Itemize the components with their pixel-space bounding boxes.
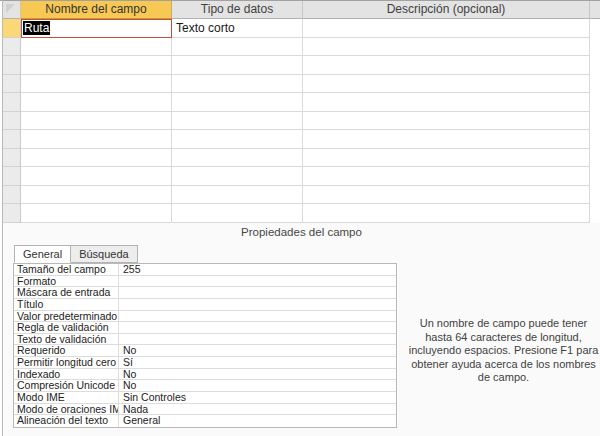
property-row-unicode-compression: Compresión Unicode No <box>14 380 396 392</box>
data-type-cell[interactable] <box>172 204 303 223</box>
property-value[interactable]: General <box>119 415 396 427</box>
field-name-cell[interactable] <box>21 56 172 75</box>
field-grid-empty-row <box>3 149 600 168</box>
property-row-input-mask: Máscara de entrada <box>14 287 396 299</box>
description-cell[interactable] <box>303 93 590 112</box>
field-name-cell[interactable] <box>21 167 172 186</box>
property-value[interactable] <box>119 287 396 298</box>
property-row-field-size: Tamaño del campo 255 <box>14 264 396 276</box>
data-type-cell[interactable] <box>172 75 303 94</box>
description-cell[interactable] <box>303 186 590 205</box>
column-header-data-type[interactable]: Tipo de datos <box>172 1 303 19</box>
property-value[interactable] <box>119 334 396 345</box>
field-name-cell[interactable] <box>21 130 172 149</box>
property-label[interactable]: Alineación del texto <box>14 415 119 427</box>
data-type-cell[interactable]: Texto corto <box>172 19 303 38</box>
property-row-text-align: Alineación del texto General <box>14 415 396 427</box>
field-properties-pane: Propiedades del campo General Búsqueda T… <box>3 223 600 436</box>
row-selector[interactable] <box>3 130 21 149</box>
row-selector[interactable] <box>3 167 21 186</box>
description-cell[interactable] <box>303 56 590 75</box>
field-grid-empty-row <box>3 93 600 112</box>
row-selector[interactable] <box>3 38 21 57</box>
property-label[interactable]: Indexado <box>14 369 119 380</box>
property-label[interactable]: Texto de validación <box>14 334 119 345</box>
field-name-cell[interactable] <box>21 204 172 223</box>
field-grid-empty-row <box>3 186 600 205</box>
pane-title: Propiedades del campo <box>3 226 600 238</box>
row-selector[interactable] <box>3 93 21 112</box>
property-label[interactable]: Formato <box>14 276 119 287</box>
property-label[interactable]: Compresión Unicode <box>14 380 119 391</box>
field-name-cell[interactable] <box>21 112 172 131</box>
property-value[interactable] <box>119 322 396 333</box>
property-label[interactable]: Permitir longitud cero <box>14 357 119 368</box>
property-value[interactable]: Sí <box>119 357 396 368</box>
field-name-cell[interactable] <box>21 186 172 205</box>
property-row-allow-zero-length: Permitir longitud cero Sí <box>14 357 396 369</box>
field-name-cell[interactable] <box>21 149 172 168</box>
property-label[interactable]: Modo IME <box>14 392 119 403</box>
property-value[interactable] <box>119 276 396 287</box>
property-row-default-value: Valor predeterminado <box>14 311 396 323</box>
property-value[interactable] <box>119 299 396 310</box>
description-cell[interactable] <box>303 167 590 186</box>
property-label[interactable]: Valor predeterminado <box>14 311 119 322</box>
row-selector[interactable] <box>3 112 21 131</box>
description-cell[interactable] <box>303 38 590 57</box>
tab-general[interactable]: General <box>14 245 71 263</box>
property-value[interactable]: No <box>119 380 396 391</box>
property-value[interactable]: No <box>119 345 396 356</box>
property-value[interactable]: 255 <box>119 264 396 275</box>
field-name-cell[interactable] <box>21 38 172 57</box>
data-type-cell[interactable] <box>172 38 303 57</box>
property-row-ime-sentence-mode: Modo de oraciones IME Nada <box>14 404 396 416</box>
description-cell[interactable] <box>303 19 590 38</box>
property-row-indexed: Indexado No <box>14 369 396 381</box>
property-label[interactable]: Regla de validación <box>14 322 119 333</box>
property-value[interactable]: Sin Controles <box>119 392 396 403</box>
field-grid-empty-row <box>3 75 600 94</box>
description-cell[interactable] <box>303 112 590 131</box>
header-filler <box>590 1 600 19</box>
field-name-cell-active[interactable]: Ruta <box>21 19 172 38</box>
data-type-cell[interactable] <box>172 112 303 131</box>
selected-text: Ruta <box>23 21 50 35</box>
property-label[interactable]: Tamaño del campo <box>14 264 119 275</box>
data-type-cell[interactable] <box>172 56 303 75</box>
description-cell[interactable] <box>303 75 590 94</box>
property-grid: Tamaño del campo 255 Formato Máscara de … <box>13 263 397 428</box>
tab-busqueda[interactable]: Búsqueda <box>71 245 138 263</box>
field-name-cell[interactable] <box>21 93 172 112</box>
description-cell[interactable] <box>303 204 590 223</box>
description-cell[interactable] <box>303 130 590 149</box>
row-selector[interactable] <box>3 56 21 75</box>
property-label[interactable]: Requerido <box>14 345 119 356</box>
property-value[interactable] <box>119 311 396 322</box>
data-type-cell[interactable] <box>172 93 303 112</box>
row-selector[interactable] <box>3 186 21 205</box>
row-selector[interactable] <box>3 204 21 223</box>
row-selector-current[interactable] <box>3 19 21 38</box>
property-row-caption: Título <box>14 299 396 311</box>
column-header-field-name[interactable]: Nombre del campo <box>21 1 172 19</box>
select-all-corner[interactable] <box>3 1 21 19</box>
property-label[interactable]: Modo de oraciones IME <box>14 404 119 415</box>
data-type-cell[interactable] <box>172 167 303 186</box>
field-name-cell[interactable] <box>21 75 172 94</box>
property-value[interactable]: No <box>119 369 396 380</box>
description-cell[interactable] <box>303 149 590 168</box>
property-label[interactable]: Título <box>14 299 119 310</box>
data-type-cell[interactable] <box>172 186 303 205</box>
data-type-cell[interactable] <box>172 130 303 149</box>
row-selector[interactable] <box>3 149 21 168</box>
field-help-text: Un nombre de campo puede tener hasta 64 … <box>405 317 600 385</box>
data-type-cell[interactable] <box>172 149 303 168</box>
row-selector[interactable] <box>3 75 21 94</box>
column-header-description[interactable]: Descripción (opcional) <box>303 1 590 19</box>
field-grid-header-row: Nombre del campo Tipo de datos Descripci… <box>3 1 600 19</box>
property-value[interactable]: Nada <box>119 404 396 415</box>
property-label[interactable]: Máscara de entrada <box>14 287 119 298</box>
property-row-validation-text: Texto de validación <box>14 334 396 346</box>
field-grid-empty-row <box>3 112 600 131</box>
